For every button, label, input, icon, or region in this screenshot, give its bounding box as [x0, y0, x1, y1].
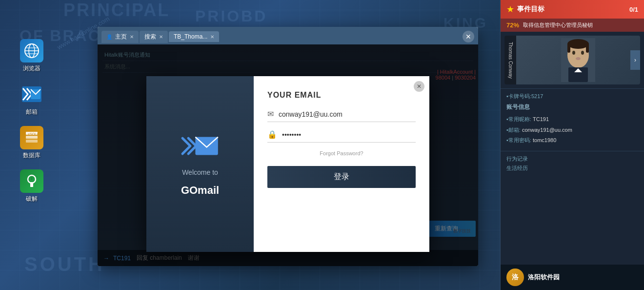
tab-search-label: 搜索: [144, 33, 156, 41]
gomail-right-panel: ✕ YOUR EMAIL ✉ 🔒 Forgot Password? 登录: [254, 76, 429, 252]
event-header: ★ 事件目标 0/1: [501, 0, 644, 19]
bg-text-south: SOUTH: [24, 253, 105, 275]
browser-icon: [20, 39, 43, 62]
password-input-row: 🔒: [267, 130, 416, 143]
logo-char: 洛: [512, 273, 519, 282]
logo-icon: 洛: [506, 269, 524, 286]
right-panel-bottom: 行为记录 生活经历: [501, 151, 644, 178]
tab-search[interactable]: 搜索 ✕: [140, 31, 168, 43]
tab-thomas-close[interactable]: ✕: [210, 34, 214, 40]
svg-rect-22: [586, 43, 589, 53]
email-label: •邮箱:: [506, 127, 521, 133]
gomail-dialog: Welcome to GOmail ✕ YOUR EMAIL ✉ 🔒: [146, 76, 429, 252]
email-input-icon: ✉: [267, 109, 274, 119]
svg-point-18: [581, 51, 584, 55]
svg-rect-9: [26, 136, 38, 139]
password-value: tomc1980: [533, 137, 556, 143]
account-info-section: •卡牌号码:5217 账号信息 •常用昵称: TC191 •邮箱: conway…: [501, 88, 644, 151]
svg-rect-21: [567, 43, 570, 53]
gomail-welcome-text: Welcome to: [182, 168, 218, 176]
svg-rect-12: [30, 182, 33, 187]
gomail-left-panel: Welcome to GOmail: [146, 76, 254, 252]
life-label: 生活经历: [506, 165, 638, 172]
gomail-logo: [181, 131, 220, 161]
crack-icon-item[interactable]: 破解: [15, 169, 49, 203]
tab-thomas[interactable]: TB_Thoma... ✕: [169, 31, 219, 42]
bg-text-principal: PRINCIPAL: [63, 0, 170, 21]
password-label: •常用密码:: [506, 137, 531, 143]
char-expand-button[interactable]: ›: [630, 50, 640, 70]
card-id-label: 卡牌号码:5217: [508, 93, 543, 99]
tab-search-close[interactable]: ✕: [159, 34, 163, 40]
gomail-dialog-close[interactable]: ✕: [414, 81, 424, 92]
mail-icon-item[interactable]: 邮箱: [15, 83, 49, 116]
database-label: 数据库: [23, 151, 40, 160]
nickname-value: TC191: [533, 116, 549, 122]
tab-home[interactable]: 👤 主页 ✕: [101, 31, 139, 43]
browser-label: 浏览器: [23, 64, 40, 73]
email-input-row: ✉: [267, 109, 416, 122]
logo-main-text: 洛阳软件园: [528, 273, 560, 282]
browser-content-area: Hitalk账号消息通知 系统消息... | HitalkAccount | 9…: [98, 44, 478, 266]
svg-point-20: [567, 39, 589, 49]
login-modal-overlay: Welcome to GOmail ✕ YOUR EMAIL ✉ 🔒: [98, 44, 478, 266]
svg-point-17: [572, 51, 575, 55]
browser-window: 👤 主页 ✕ 搜索 ✕ TB_Thoma... ✕ ✕ Hitalk账号消息通知…: [98, 27, 478, 266]
tab-home-label: 主页: [115, 33, 127, 41]
mail-icon: [20, 83, 43, 106]
tab-home-close[interactable]: ✕: [130, 34, 134, 40]
email-input[interactable]: [279, 110, 416, 118]
browser-icon-item[interactable]: 浏览器: [15, 39, 49, 73]
svg-text:<SQL>: <SQL>: [28, 132, 39, 136]
desktop-icon-area: 浏览器 邮箱 <SQL> 数据库: [15, 39, 49, 203]
browser-tabs-bar: 👤 主页 ✕ 搜索 ✕ TB_Thoma... ✕ ✕: [98, 27, 478, 44]
character-image: [516, 36, 640, 84]
right-panel: ★ 事件目标 0/1 72% 取得信息管理中心管理员秘钥 Thomas Conw…: [500, 0, 644, 290]
account-info-title: 账号信息: [506, 103, 638, 111]
database-icon-item[interactable]: <SQL> 数据库: [15, 126, 49, 160]
mail-label: 邮箱: [26, 108, 38, 116]
event-sub: 72% 取得信息管理中心管理员秘钥: [501, 19, 644, 32]
card-id-row: •卡牌号码:5217: [506, 93, 638, 100]
bottom-logo: 洛 洛阳软件园: [501, 265, 644, 290]
logo-text-group: 洛阳软件园: [528, 273, 560, 282]
browser-close-button[interactable]: ✕: [463, 31, 474, 42]
gomail-form-title: YOUR EMAIL: [267, 91, 416, 100]
crack-label: 破解: [26, 195, 38, 203]
database-icon: <SQL>: [20, 126, 43, 149]
password-input[interactable]: [282, 131, 416, 139]
character-name-vertical: Thomas Conway: [504, 36, 516, 84]
forgot-password-link[interactable]: Forgot Password?: [267, 150, 416, 156]
crack-icon: [20, 169, 43, 193]
email-value: conway191@uu.com: [522, 127, 572, 133]
email-row: •邮箱: conway191@uu.com: [506, 126, 638, 134]
lock-icon: 🔒: [267, 130, 277, 139]
event-percent: 72%: [506, 21, 519, 29]
event-star-icon: ★: [506, 4, 514, 15]
login-button[interactable]: 登录: [267, 166, 416, 188]
password-row: •常用密码: tomc1980: [506, 136, 638, 145]
tab-thomas-label: TB_Thoma...: [174, 33, 207, 40]
event-description: 取得信息管理中心管理员秘钥: [523, 21, 593, 29]
bg-text-priobd: PRIOBD: [195, 7, 267, 25]
svg-rect-10: [26, 140, 38, 143]
nickname-label: •常用昵称:: [506, 116, 531, 122]
event-title: 事件目标: [517, 5, 629, 14]
event-progress: 0/1: [629, 6, 638, 13]
svg-point-19: [576, 57, 581, 60]
tab-home-icon: 👤: [106, 34, 112, 40]
gomail-title: GOmail: [181, 184, 219, 197]
nickname-row: •常用昵称: TC191: [506, 115, 638, 124]
character-card: Thomas Conway ›: [504, 36, 640, 84]
behavior-label: 行为记录: [506, 155, 638, 163]
